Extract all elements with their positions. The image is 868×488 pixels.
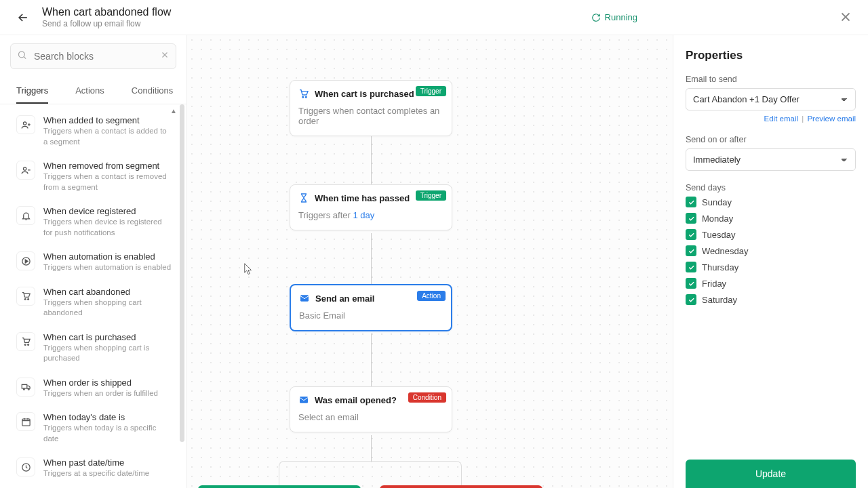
- block-item[interactable]: When past date/timeTriggers at a specifi…: [0, 451, 186, 486]
- flow-node-condition-opened[interactable]: Condition Was email opened? Select an em…: [290, 386, 452, 432]
- user-minus-icon: [16, 161, 35, 180]
- no-branch[interactable]: [380, 485, 542, 488]
- day-checkbox-monday[interactable]: Monday: [686, 213, 856, 224]
- send-on-select[interactable]: Immediately: [686, 148, 856, 171]
- edit-email-link[interactable]: Edit email: [764, 115, 799, 123]
- svg-rect-16: [300, 396, 308, 403]
- flow-node-trigger-time[interactable]: Trigger When time has passed Triggers af…: [290, 184, 452, 230]
- update-button[interactable]: Update: [686, 460, 856, 488]
- svg-point-13: [302, 96, 304, 98]
- svg-point-1: [23, 121, 26, 124]
- envelope-open-icon: [298, 394, 309, 405]
- user-plus-icon: [16, 115, 35, 134]
- svg-point-5: [27, 299, 28, 300]
- day-checkbox-sunday[interactable]: Sunday: [686, 197, 856, 207]
- calendar-icon: [16, 412, 35, 431]
- flow-canvas[interactable]: Trigger When cart is purchased Triggers …: [187, 35, 673, 488]
- cursor-icon: [244, 263, 252, 275]
- close-button[interactable]: [838, 9, 854, 26]
- tab-conditions[interactable]: Conditions: [132, 79, 173, 104]
- block-tabs: Triggers Actions Conditions: [0, 79, 186, 104]
- yes-branch[interactable]: [198, 485, 361, 488]
- block-item[interactable]: When removed from segmentTriggers when a…: [0, 154, 186, 199]
- search-icon: [17, 50, 27, 63]
- svg-point-4: [24, 299, 26, 300]
- search-input[interactable]: [10, 43, 176, 69]
- block-list[interactable]: ▲ When added to segmentTriggers when a c…: [0, 104, 186, 488]
- day-checkbox-tuesday[interactable]: Tuesday: [686, 229, 856, 240]
- bell-icon: [16, 206, 35, 225]
- day-checkbox-wednesday[interactable]: Wednesday: [686, 245, 856, 256]
- sidebar: Triggers Actions Conditions ▲ When added…: [0, 35, 187, 488]
- svg-point-2: [23, 167, 26, 169]
- block-item[interactable]: When order is shippedTriggers when an or…: [0, 371, 186, 406]
- tab-triggers[interactable]: Triggers: [16, 79, 48, 104]
- cart-icon: [298, 88, 309, 99]
- block-item[interactable]: When added to segmentTriggers when a con…: [0, 108, 186, 154]
- clear-icon[interactable]: [160, 50, 170, 62]
- properties-panel: Properties Email to send Cart Abandon +1…: [673, 35, 868, 488]
- status-badge: Running: [591, 12, 637, 22]
- block-item[interactable]: When device registeredTriggers when devi…: [0, 199, 186, 245]
- node-badge: Action: [417, 291, 446, 301]
- flow-title: When cart abandoned flow: [42, 6, 171, 18]
- email-to-send-label: Email to send: [686, 75, 856, 84]
- preview-email-link[interactable]: Preview email: [807, 115, 856, 123]
- svg-point-0: [19, 52, 25, 58]
- svg-point-10: [28, 388, 29, 390]
- svg-point-7: [27, 344, 28, 346]
- cart-check-icon: [16, 332, 35, 351]
- cart-icon: [16, 287, 35, 306]
- truck-icon: [16, 378, 35, 396]
- svg-rect-8: [22, 385, 27, 389]
- back-button[interactable]: [14, 8, 33, 27]
- send-days-label: Send days: [686, 183, 856, 192]
- clock-icon: [16, 458, 35, 476]
- properties-title: Properties: [686, 49, 856, 62]
- svg-point-6: [24, 344, 26, 346]
- flow-node-action-email[interactable]: Action Send an email Basic Email: [290, 284, 452, 331]
- day-checkbox-friday[interactable]: Friday: [686, 278, 856, 289]
- chevron-up-icon: ▲: [170, 107, 177, 115]
- flow-subtitle: Send a follow up email flow: [42, 19, 171, 28]
- node-badge: Trigger: [416, 190, 446, 201]
- svg-rect-11: [22, 419, 29, 426]
- day-checkbox-saturday[interactable]: Saturday: [686, 294, 856, 305]
- header: When cart abandoned flow Send a follow u…: [0, 0, 868, 35]
- envelope-icon: [299, 293, 310, 304]
- block-item[interactable]: When automation is enabledTriggers when …: [0, 245, 186, 280]
- branch-box: [279, 461, 462, 488]
- block-item[interactable]: When cart is purchasedTriggers when shop…: [0, 325, 186, 371]
- hourglass-icon: [298, 192, 309, 203]
- block-item[interactable]: When cart abandonedTriggers when shoppin…: [0, 280, 186, 325]
- send-on-label: Send on or after: [686, 135, 856, 144]
- svg-rect-15: [300, 295, 309, 301]
- play-icon: [16, 251, 35, 270]
- flow-node-trigger-purchase[interactable]: Trigger When cart is purchased Triggers …: [290, 80, 452, 136]
- day-checkbox-thursday[interactable]: Thursday: [686, 262, 856, 272]
- block-item[interactable]: When today's date isTriggers when today …: [0, 405, 186, 451]
- node-badge: Trigger: [416, 86, 446, 96]
- tab-actions[interactable]: Actions: [75, 79, 104, 104]
- node-badge: Condition: [408, 392, 446, 403]
- svg-point-9: [23, 388, 24, 390]
- svg-point-14: [305, 96, 307, 98]
- email-select[interactable]: Cart Abandon +1 Day Offer: [686, 88, 856, 110]
